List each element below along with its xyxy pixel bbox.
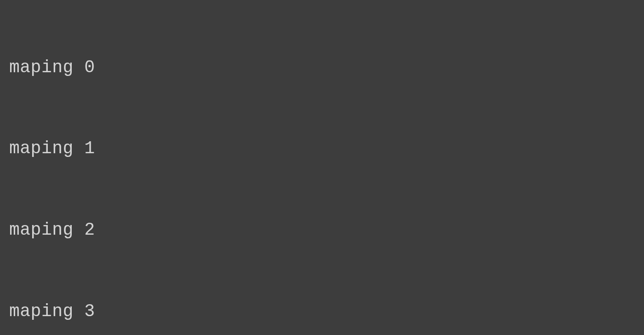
- console-output: maping 0 maping 1 maping 2 maping 3 mapi…: [9, 0, 635, 335]
- output-line: maping 0: [9, 54, 635, 81]
- output-line: maping 3: [9, 298, 635, 325]
- output-line: maping 1: [9, 135, 635, 162]
- output-line: maping 2: [9, 217, 635, 244]
